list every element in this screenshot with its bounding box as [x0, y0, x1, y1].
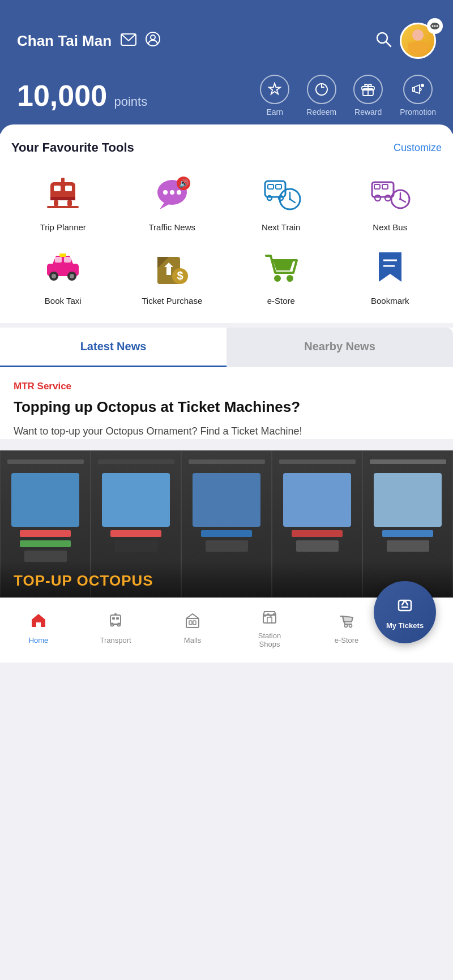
promotion-button[interactable]: Promotion: [400, 75, 436, 117]
home-icon: [30, 612, 47, 633]
svg-rect-7: [408, 42, 428, 51]
next-bus-label: Next Bus: [373, 222, 407, 233]
svg-rect-24: [47, 206, 79, 208]
reward-icon: [353, 75, 383, 104]
svg-rect-57: [59, 253, 66, 257]
nav-malls-label: Malls: [184, 636, 201, 645]
tool-next-train[interactable]: Next Train: [229, 171, 333, 233]
svg-rect-20: [50, 197, 75, 200]
svg-point-9: [432, 25, 434, 27]
svg-point-11: [437, 25, 438, 27]
chat-bubble-icon[interactable]: [427, 18, 443, 34]
svg-point-27: [163, 190, 168, 195]
svg-point-55: [52, 274, 56, 278]
nav-station-shops[interactable]: Station Shops: [231, 607, 308, 649]
svg-point-56: [70, 274, 74, 278]
header: Chan Tai Man: [0, 0, 453, 134]
station-shops-icon: [261, 607, 278, 628]
ticket-purchase-icon: $: [149, 244, 195, 290]
svg-text:🔊: 🔊: [178, 179, 189, 188]
news-description: Want to top-up your Octopus Ornament? Fi…: [14, 424, 439, 439]
svg-rect-43: [382, 184, 388, 189]
e-store-label: e-Store: [267, 295, 295, 307]
account-icon[interactable]: [146, 32, 160, 50]
my-tickets-icon: [395, 595, 414, 618]
news-category: MTR Service: [14, 381, 439, 392]
e-store-nav-icon: [338, 612, 355, 633]
earn-icon: [260, 75, 289, 104]
svg-rect-81: [399, 600, 411, 611]
username: Chan Tai Man: [17, 32, 112, 50]
section-divider: [0, 323, 453, 328]
nav-malls[interactable]: Malls: [154, 612, 231, 645]
next-train-label: Next Train: [262, 222, 300, 233]
tool-next-bus[interactable]: Next Bus: [339, 171, 442, 233]
ticket-purchase-label: Ticket Purchase: [142, 295, 202, 307]
news-tabs: Latest News Nearby News: [0, 328, 453, 367]
news-image-label: TOP-UP OCTOPUS: [14, 572, 153, 589]
svg-rect-19: [65, 186, 72, 191]
earn-button[interactable]: Earn: [260, 75, 289, 117]
reward-button[interactable]: Reward: [353, 75, 383, 117]
news-title[interactable]: Topping up Octopus at Ticket Machines?: [14, 398, 439, 417]
svg-line-4: [386, 42, 391, 46]
e-store-icon: [258, 244, 304, 290]
redeem-button[interactable]: Redeem: [306, 75, 336, 117]
nav-home[interactable]: Home: [0, 612, 77, 645]
tab-nearby-news[interactable]: Nearby News: [226, 328, 453, 367]
book-taxi-icon: [40, 244, 86, 290]
tab-latest-news[interactable]: Latest News: [0, 328, 226, 367]
news-image[interactable]: TOP-UP OCTOPUS: [0, 450, 453, 598]
search-icon[interactable]: [375, 31, 392, 51]
quick-actions: Earn Redeem: [260, 75, 436, 117]
tools-title: Your Favourite Tools: [11, 140, 134, 155]
svg-point-16: [421, 84, 424, 87]
news-section: MTR Service Topping up Octopus at Ticket…: [0, 367, 453, 439]
nav-home-label: Home: [29, 636, 49, 645]
tools-grid: Trip Planner 🔊 Traffic Ne: [11, 171, 442, 306]
svg-point-79: [345, 624, 348, 627]
svg-point-29: [177, 190, 181, 195]
svg-rect-74: [186, 618, 199, 627]
points-label: points: [114, 94, 148, 109]
promotion-label: Promotion: [400, 108, 436, 117]
svg-rect-42: [374, 184, 380, 189]
nav-station-shops-label: Station Shops: [258, 631, 281, 649]
svg-rect-78: [267, 617, 272, 623]
malls-icon: [184, 612, 201, 633]
transport-icon: [107, 612, 124, 633]
svg-point-28: [170, 190, 174, 195]
tool-ticket-purchase[interactable]: $ Ticket Purchase: [121, 244, 224, 307]
tool-traffic-news[interactable]: 🔊 Traffic News: [121, 171, 224, 233]
next-bus-icon: [367, 171, 413, 216]
tools-section: Your Favourite Tools Customize: [0, 124, 453, 323]
promotion-icon: [403, 75, 433, 104]
tool-book-taxi[interactable]: Book Taxi: [11, 244, 115, 307]
svg-rect-22: [67, 200, 72, 206]
points-section: 10,000 points: [17, 79, 147, 113]
tool-e-store[interactable]: e-Store: [229, 244, 333, 307]
svg-rect-34: [276, 184, 281, 189]
svg-text:$: $: [177, 269, 183, 282]
tool-bookmark[interactable]: Bookmark: [339, 244, 442, 307]
svg-point-5: [412, 29, 424, 41]
tool-trip-planner[interactable]: Trip Planner: [11, 171, 115, 233]
svg-rect-52: [64, 257, 71, 263]
svg-rect-69: [116, 617, 119, 620]
customize-button[interactable]: Customize: [394, 142, 442, 154]
header-bottom: 10,000 points Earn Redeem: [17, 75, 436, 117]
my-tickets-fab[interactable]: My Tickets: [374, 581, 436, 643]
my-tickets-label: My Tickets: [386, 621, 424, 630]
svg-point-80: [349, 624, 352, 627]
redeem-label: Redeem: [306, 108, 336, 117]
bottom-nav: Home Transport Malls: [0, 598, 453, 663]
nav-transport-label: Transport: [100, 636, 131, 645]
svg-rect-76: [193, 621, 196, 625]
mail-icon[interactable]: [121, 32, 136, 50]
nav-transport[interactable]: Transport: [77, 612, 154, 645]
svg-rect-68: [112, 617, 115, 620]
avatar-container[interactable]: [400, 23, 436, 59]
points-value: 10,000: [17, 79, 107, 112]
svg-marker-26: [160, 203, 172, 209]
svg-rect-51: [55, 257, 62, 263]
